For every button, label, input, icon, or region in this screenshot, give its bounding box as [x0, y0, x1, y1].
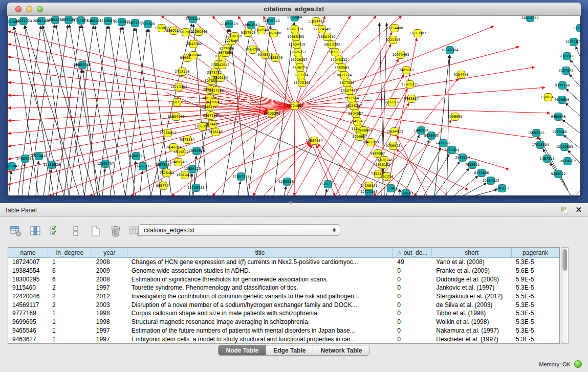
table-row[interactable]: 1938455462009Genome-wide association stu…	[8, 267, 559, 275]
table-row[interactable]: 946362711997Embryonic stem cells: a mode…	[8, 335, 559, 343]
graph-edge[interactable]	[102, 168, 105, 196]
table-row[interactable]: 1872400712008Changes of HCN gene express…	[8, 258, 559, 267]
graph-edge[interactable]	[125, 29, 147, 196]
cell-name: 19384554	[8, 267, 48, 274]
graph-edge[interactable]	[9, 171, 11, 196]
graph-edge[interactable]	[69, 26, 94, 196]
graph-edge[interactable]	[122, 27, 151, 196]
tab-network-table[interactable]: Network Table	[313, 345, 369, 355]
graph-node-label: 2867608	[267, 31, 281, 35]
table-row[interactable]: 1830029562008Estimation of significance …	[8, 275, 559, 283]
graph-edge[interactable]	[295, 106, 550, 113]
graph-edge[interactable]	[397, 136, 427, 196]
table-row[interactable]: 1456911722003Disruption of a novel membe…	[8, 300, 559, 309]
graph-edge[interactable]	[424, 154, 449, 196]
graph-edge[interactable]	[453, 176, 478, 196]
graph-node-label: 7616145	[208, 130, 223, 134]
graph-edge[interactable]	[110, 28, 135, 196]
graph-node-label: 2935114	[455, 156, 470, 160]
column-header-name[interactable]: name	[8, 248, 48, 257]
scrollbar-thumb[interactable]	[562, 249, 567, 271]
table-row[interactable]: 2242004622012Investigating the contribut…	[8, 292, 559, 301]
table-mode-icon[interactable]	[9, 225, 23, 237]
column-header-title[interactable]: title	[127, 248, 394, 257]
graph-edge[interactable]	[444, 168, 469, 196]
graph-edge[interactable]	[474, 189, 497, 196]
graph-edge[interactable]	[264, 144, 311, 196]
graph-node-label: 9777169	[555, 83, 570, 87]
graph-edge[interactable]	[36, 161, 38, 196]
graph-edge[interactable]	[212, 16, 295, 106]
network-graph[interactable]: 8923453240557242069140618384457106532871…	[8, 16, 581, 196]
tab-edge-table[interactable]: Edge Table	[266, 345, 313, 355]
graph-edge[interactable]	[325, 189, 327, 196]
graph-node-label: 19166852	[159, 131, 176, 135]
graph-edge[interactable]	[13, 27, 38, 196]
select-rows-icon[interactable]	[49, 225, 62, 237]
table-row[interactable]: 911546021997Tourette syndrome. Phenomeno…	[8, 283, 559, 292]
graph-edge[interactable]	[8, 82, 295, 106]
close-panel-icon[interactable]: ✕	[575, 205, 582, 214]
graph-edge[interactable]	[8, 106, 295, 121]
table-row[interactable]: 946554611997Estimation of the future num…	[8, 326, 559, 335]
graph-node-label: 19613792	[323, 42, 340, 47]
delete-column-icon[interactable]	[109, 225, 122, 237]
graph-edge[interactable]	[284, 186, 286, 196]
graph-edge[interactable]	[565, 103, 581, 117]
graph-edge[interactable]	[8, 106, 295, 159]
column-header-pagerank[interactable]: pagerank	[512, 248, 559, 257]
graph-edge[interactable]	[550, 163, 571, 195]
graph-edge[interactable]	[403, 140, 429, 196]
table-selector-dropdown[interactable]: citations_edges.txt	[138, 224, 340, 236]
show-columns-icon[interactable]	[29, 225, 42, 237]
column-header-short[interactable]: short	[432, 248, 512, 257]
graph-edge[interactable]	[569, 74, 581, 88]
graph-edge[interactable]	[70, 25, 100, 196]
graph-edge[interactable]	[25, 26, 54, 196]
graph-edge[interactable]	[228, 142, 310, 169]
column-header-in_degree[interactable]: in_degree	[48, 248, 92, 257]
graph-edge[interactable]	[238, 181, 241, 196]
graph-node-label: 12342737	[97, 162, 114, 166]
table-vertical-scrollbar[interactable]	[561, 247, 569, 344]
graph-node-label: 10114744	[521, 16, 538, 20]
table-row[interactable]: 977716911998Corpus callosum shape and si…	[8, 309, 559, 318]
cell-in_degree: 2	[48, 284, 92, 291]
graph-node-label: 12323468	[360, 190, 377, 194]
table-selector-value: citations_edges.txt	[139, 227, 331, 234]
graph-node-label: 1919822	[174, 150, 189, 154]
graph-edge[interactable]	[463, 183, 487, 196]
network-canvas[interactable]: 8923453240557242069140618384457106532871…	[7, 16, 581, 196]
table-row[interactable]: 969969511998Structural magnetic resonanc…	[8, 318, 559, 326]
graph-edge[interactable]	[140, 171, 142, 196]
new-column-icon[interactable]	[89, 225, 102, 237]
graph-edge[interactable]	[43, 25, 68, 196]
graph-node-label: 16961719	[286, 27, 303, 31]
cell-out_degree: 0	[393, 276, 432, 283]
panel-divider-handle[interactable]	[288, 202, 293, 204]
column-header-out_degree[interactable]: △out_de...	[393, 248, 432, 257]
graph-edge[interactable]	[28, 25, 55, 196]
float-panel-icon[interactable]	[561, 207, 568, 213]
row-merge-icon[interactable]	[69, 225, 82, 237]
graph-node-label: 17045232	[330, 58, 347, 62]
cell-in_degree: 1	[48, 327, 92, 334]
graph-edge[interactable]	[576, 46, 581, 59]
graph-edge[interactable]	[8, 31, 295, 106]
graph-edge[interactable]	[366, 195, 366, 196]
graph-edge[interactable]	[8, 106, 295, 146]
tab-node-table[interactable]: Node Table	[219, 345, 266, 355]
graph-edge[interactable]	[287, 145, 312, 196]
window-titlebar[interactable]: citations_edges.txt	[7, 3, 581, 16]
graph-edge[interactable]	[25, 26, 79, 196]
graph-edge[interactable]	[572, 187, 580, 195]
column-header-year[interactable]: year	[92, 248, 127, 257]
cell-year: 1998	[92, 310, 127, 317]
graph-edge[interactable]	[295, 87, 545, 106]
graph-edge[interactable]	[84, 26, 107, 196]
cell-pagerank: 5.5E-5	[512, 293, 559, 300]
graph-node-label: 16543382	[185, 42, 202, 46]
memory-status-indicator[interactable]	[574, 360, 582, 368]
cell-pagerank: 5.6E-5	[512, 267, 559, 274]
graph-edge[interactable]	[136, 28, 161, 196]
